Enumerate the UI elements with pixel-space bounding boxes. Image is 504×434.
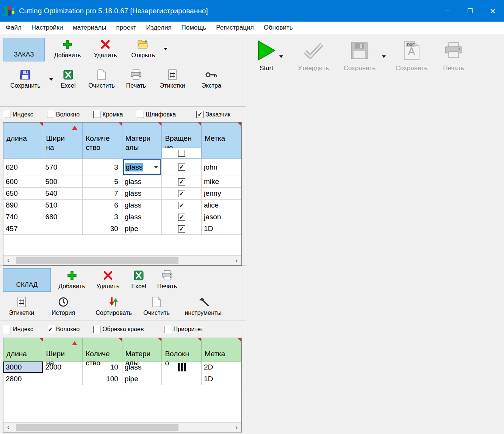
cell-label[interactable]: john [202,159,241,176]
stock-tools-button[interactable]: инструменты [179,295,227,316]
cell-material[interactable]: pipe [122,373,162,385]
cell-label[interactable]: jenny [202,188,241,199]
stock-sort-button[interactable]: Сортировать [89,295,138,316]
index-checkbox[interactable] [4,326,11,333]
menu-registration[interactable]: Регистрация [211,22,258,34]
col-header-label[interactable]: Метка [202,338,241,362]
filter-customer[interactable]: Заказчик [196,111,230,118]
cell-length[interactable]: 2800 [3,373,43,385]
order-labels-button[interactable]: Этикетки [154,68,191,89]
edge-trim-checkbox[interactable] [93,326,100,333]
order-clear-button[interactable]: Очистить [83,68,120,89]
cell-length[interactable]: 600 [3,176,43,187]
grinding-checkbox[interactable] [137,111,144,118]
scroll-left-icon[interactable] [3,423,13,432]
col-header-quantity[interactable]: Количе ство [83,123,122,159]
stock-clear-button[interactable]: Очистить [138,295,175,316]
order-print-button[interactable]: Печать [120,68,152,89]
grain-checkbox[interactable] [47,326,54,333]
cell-label[interactable]: mike [202,176,241,187]
filter-edge[interactable]: Кромка [93,111,123,118]
order-delete-button[interactable]: Удалить [86,37,124,59]
order-extra-button[interactable]: Экстра [196,68,227,89]
cell-length[interactable]: 890 [3,200,43,211]
close-button[interactable] [481,0,504,22]
cell-width[interactable] [43,223,83,234]
scrollbar-track[interactable] [13,256,232,265]
priority-checkbox[interactable] [164,326,171,333]
stock-history-button[interactable]: История [40,295,86,316]
menu-materials[interactable]: материалы [68,22,111,34]
filter-index[interactable]: Индекс [4,326,33,333]
menu-project[interactable]: проект [111,22,141,34]
cell-material[interactable]: glass [122,188,162,199]
cell-label[interactable]: jason [202,211,241,223]
cell-width[interactable]: 680 [43,211,83,223]
filter-grain[interactable]: Волокно [47,326,80,333]
stock-excel-button[interactable]: Excel [126,268,152,290]
save-dropdown-icon[interactable] [49,78,53,81]
cell-width[interactable]: 510 [43,200,83,211]
stock-tab[interactable]: СКЛАД [3,268,51,292]
edge-checkbox[interactable] [93,111,100,118]
cell-length-selected[interactable]: 3000 [3,362,43,373]
cell-label[interactable]: 1D [202,373,241,385]
cell-width[interactable]: 540 [43,188,83,199]
stock-delete-button[interactable]: Удалить [90,268,126,290]
col-header-length[interactable]: длина [3,338,43,362]
filter-index[interactable]: Индекс [4,111,33,118]
cell-quantity[interactable]: 7 [83,188,122,199]
cell-length[interactable]: 740 [3,211,43,223]
scrollbar-thumb[interactable] [16,257,178,264]
filter-grinding[interactable]: Шлифовка [137,111,176,118]
rotation-checkbox[interactable] [178,225,185,233]
col-header-grain[interactable]: Волокн о [162,338,202,362]
stock-horizontal-scrollbar[interactable] [3,422,241,432]
scroll-left-icon[interactable] [3,256,13,265]
grain-checkbox[interactable] [47,111,54,118]
scrollbar-thumb[interactable] [16,424,178,431]
cell-material[interactable]: pipe [122,223,162,234]
rotation-checkbox[interactable] [178,214,185,221]
filter-grain[interactable]: Волокно [47,111,80,118]
cell-label[interactable]: alice [202,200,241,211]
cell-material[interactable]: glass [122,159,162,176]
cell-length[interactable]: 620 [3,159,43,176]
save-result-dropdown-icon[interactable] [382,55,386,58]
open-dropdown-icon[interactable] [164,48,167,50]
order-horizontal-scrollbar[interactable] [3,255,241,265]
menu-products[interactable]: Изделия [141,22,177,34]
order-open-button[interactable]: Открыть [124,37,162,59]
stock-add-button[interactable]: Добавить [54,268,90,290]
cell-label[interactable]: 1D [202,223,241,234]
menu-update[interactable]: Обновить [259,22,298,34]
cell-material[interactable]: glass [122,176,162,187]
col-header-material[interactable]: Матери алы [122,338,162,362]
cell-width[interactable]: 570 [43,159,83,176]
save-dxf-button[interactable]: DXF Сохранить [393,39,430,72]
cell-quantity[interactable]: 6 [83,200,122,211]
col-header-label[interactable]: Метка [202,123,241,159]
rotation-checkbox[interactable] [178,178,185,186]
scrollbar-track[interactable] [13,423,232,432]
filter-edge-trim[interactable]: Обрезка краев [93,326,144,333]
start-button[interactable]: Start [255,39,277,72]
col-header-quantity[interactable]: Количе ство [83,338,122,362]
cell-quantity[interactable]: 3 [83,159,122,176]
customer-checkbox[interactable] [196,111,203,118]
stock-labels-button[interactable]: Этикетки [3,295,40,316]
cell-material[interactable]: glass [122,211,162,223]
rotation-checkbox[interactable] [178,164,185,171]
col-header-rotation[interactable]: Вращен ие. [162,123,202,159]
material-combobox[interactable]: glass [123,159,161,175]
cell-label[interactable]: 2D [202,362,241,373]
minimize-button[interactable] [436,0,459,22]
start-dropdown-icon[interactable] [279,55,283,58]
cell-width[interactable] [43,373,83,385]
col-header-width[interactable]: Шири на [43,123,83,159]
print-result-button[interactable]: Печать [439,39,468,72]
order-add-button[interactable]: Добавить [49,37,86,59]
rotation-checkbox[interactable] [178,190,185,197]
cell-quantity[interactable]: 5 [83,176,122,187]
menu-file[interactable]: Файл [1,22,27,34]
